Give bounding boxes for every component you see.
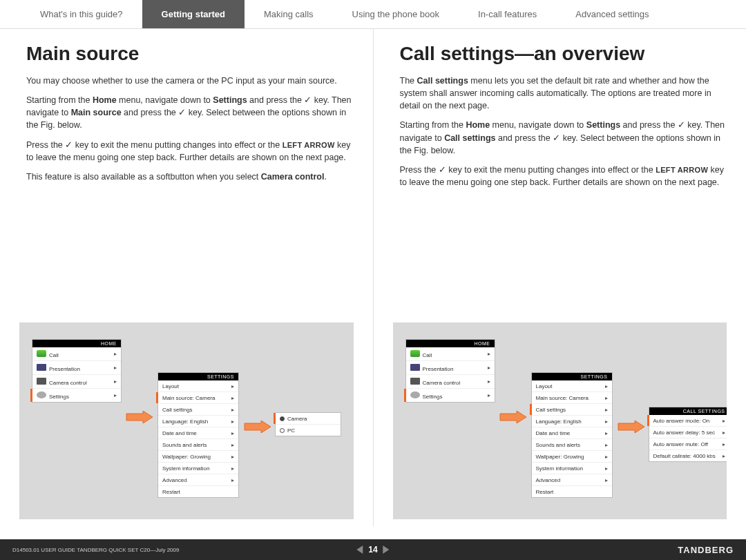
- panel-title: SETTINGS: [158, 373, 238, 380]
- arrow-icon: [617, 421, 644, 433]
- row-restart: Restart: [158, 486, 238, 497]
- row-auto-answer-delay: Auto answer delay: 5 sec▸: [649, 427, 727, 438]
- panel-title: HOME: [406, 340, 495, 347]
- phone-icon: [37, 350, 46, 357]
- row-language: Language: English▸: [158, 416, 238, 427]
- body-call-settings: The Call settings menu lets you set the …: [400, 75, 727, 189]
- row-language: Language: English▸: [532, 416, 612, 427]
- arrow-icon: [243, 421, 271, 433]
- phone-icon: [410, 350, 420, 357]
- radio-off-icon: [280, 428, 285, 433]
- row-restart: Restart: [532, 486, 612, 497]
- top-nav: What's in this guide? Getting started Ma…: [0, 0, 746, 29]
- panel-main-source-options: Camera PC: [275, 412, 341, 436]
- gear-icon: [410, 392, 420, 398]
- row-sounds: Sounds and alerts▸: [158, 439, 238, 451]
- option-camera: Camera: [276, 413, 341, 425]
- row-wallpaper: Wallpaper: Growing▸: [158, 451, 238, 463]
- doc-info: D14503.01 USER GUIDE TANDBERG QUICK SET …: [12, 547, 179, 553]
- row-presentation: Presentation▸: [32, 361, 121, 375]
- camera-icon: [410, 378, 420, 385]
- row-call: Call▸: [32, 347, 121, 361]
- row-default-callrate: Default callrate: 4000 kbs▸: [649, 450, 727, 461]
- panel-home: HOME Call▸ Presentation▸ Camera control▸…: [32, 339, 122, 403]
- tab-in-call[interactable]: In-call features: [459, 0, 556, 28]
- heading-call-settings: Call settings—an overview: [400, 43, 727, 65]
- laptop-icon: [37, 364, 46, 371]
- row-call: Call▸: [406, 347, 495, 361]
- tab-making-calls[interactable]: Making calls: [245, 0, 333, 28]
- footer: D14503.01 USER GUIDE TANDBERG QUICK SET …: [0, 539, 746, 560]
- tab-whats-in-guide[interactable]: What's in this guide?: [21, 0, 142, 28]
- option-pc: PC: [276, 425, 341, 436]
- row-call-settings: Call settings▸: [532, 404, 612, 416]
- row-auto-answer-mode: Auto answer mode: On▸: [649, 415, 727, 427]
- column-call-settings: Call settings—an overview The Call setti…: [374, 29, 747, 526]
- arrow-icon: [125, 411, 153, 423]
- row-settings: Settings▸: [406, 389, 495, 402]
- laptop-icon: [410, 364, 420, 371]
- camera-icon: [37, 378, 46, 385]
- panel-settings: SETTINGS Layout▸ Main source: Camera▸ Ca…: [531, 372, 613, 498]
- panel-title: HOME: [32, 340, 121, 347]
- panel-title: CALL SETTINGS: [649, 407, 727, 415]
- figure-call-settings: HOME Call▸ Presentation▸ Camera control▸…: [393, 322, 727, 519]
- row-date-time: Date and time▸: [158, 427, 238, 439]
- row-main-source: Main source: Camera▸: [532, 392, 612, 404]
- panel-home: HOME Call▸ Presentation▸ Camera control▸…: [405, 339, 495, 403]
- panel-title: SETTINGS: [532, 373, 612, 380]
- heading-main-source: Main source: [26, 43, 354, 65]
- row-date-time: Date and time▸: [532, 427, 612, 439]
- row-sysinfo: System information▸: [158, 463, 238, 474]
- body-main-source: You may choose whether to use the camera…: [26, 75, 354, 183]
- next-page-icon[interactable]: [383, 545, 390, 554]
- page-number: 14: [368, 545, 377, 554]
- row-advanced: Advanced▸: [532, 474, 612, 486]
- arrow-icon: [499, 411, 526, 423]
- column-main-source: Main source You may choose whether to us…: [0, 29, 373, 526]
- tab-getting-started[interactable]: Getting started: [142, 0, 245, 28]
- row-advanced: Advanced▸: [158, 474, 238, 486]
- row-presentation: Presentation▸: [406, 361, 495, 375]
- panel-settings: SETTINGS Layout▸ Main source: Camera▸ Ca…: [157, 372, 239, 498]
- figure-main-source: HOME Call▸ Presentation▸ Camera control▸…: [19, 322, 354, 519]
- row-sounds: Sounds and alerts▸: [532, 439, 612, 451]
- row-camera-control: Camera control▸: [406, 375, 495, 389]
- panel-call-settings: CALL SETTINGS Auto answer mode: On▸ Auto…: [649, 407, 727, 462]
- row-layout: Layout▸: [532, 380, 612, 392]
- page-nav: 14: [356, 545, 389, 554]
- prev-page-icon[interactable]: [356, 545, 363, 554]
- gear-icon: [37, 392, 46, 398]
- row-settings: Settings▸: [32, 389, 121, 402]
- row-main-source: Main source: Camera▸: [158, 392, 238, 404]
- row-camera-control: Camera control▸: [32, 375, 121, 389]
- radio-on-icon: [280, 416, 285, 421]
- row-layout: Layout▸: [158, 380, 238, 392]
- row-wallpaper: Wallpaper: Growing▸: [532, 451, 612, 463]
- row-call-settings: Call settings▸: [158, 404, 238, 416]
- row-sysinfo: System information▸: [532, 463, 612, 474]
- tab-advanced[interactable]: Advanced settings: [556, 0, 668, 28]
- brand-logo: TANDBERG: [678, 545, 734, 555]
- row-auto-answer-mute: Auto answer mute: Off▸: [649, 438, 727, 450]
- tab-phone-book[interactable]: Using the phone book: [333, 0, 459, 28]
